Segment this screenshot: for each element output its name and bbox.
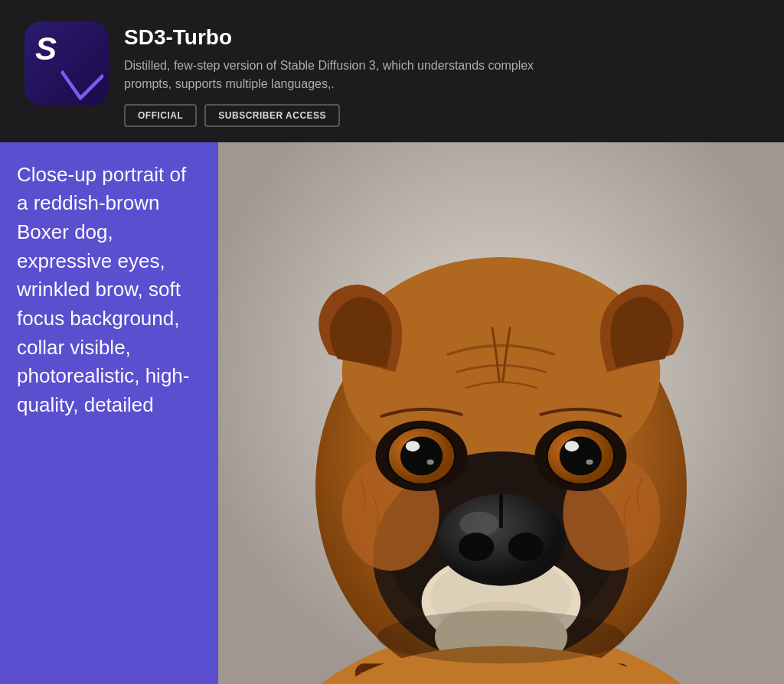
svg-point-19	[427, 459, 434, 464]
svg-point-25	[586, 459, 593, 464]
badges-container: OFFICIAL SUBSCRIBER ACCESS	[124, 104, 583, 127]
header: S SD3-Turbo Distilled, few-step version …	[0, 0, 784, 142]
header-info: SD3-Turbo Distilled, few-step version of…	[124, 21, 583, 127]
prompt-panel: Close-up portrait of a reddish-brown Box…	[0, 142, 218, 684]
svg-point-32	[377, 611, 625, 663]
image-panel	[218, 142, 784, 684]
subscriber-access-badge: SUBSCRIBER ACCESS	[204, 104, 340, 127]
svg-point-18	[406, 441, 420, 451]
app-description: Distilled, few-step version of Stable Di…	[124, 57, 583, 93]
official-badge: OFFICIAL	[124, 104, 197, 127]
app-icon-s-letter: S	[35, 31, 57, 67]
svg-point-24	[565, 441, 579, 451]
svg-point-23	[560, 436, 602, 475]
app-title: SD3-Turbo	[124, 24, 583, 50]
app-icon: S	[24, 21, 109, 106]
svg-point-17	[400, 436, 443, 475]
prompt-text: Close-up portrait of a reddish-brown Box…	[17, 161, 201, 420]
svg-point-13	[459, 533, 494, 561]
boxer-dog-illustration	[218, 142, 784, 684]
svg-point-14	[508, 533, 544, 561]
main-content: Close-up portrait of a reddish-brown Box…	[0, 142, 784, 684]
svg-point-12	[459, 511, 498, 536]
app-container: S SD3-Turbo Distilled, few-step version …	[0, 0, 784, 684]
